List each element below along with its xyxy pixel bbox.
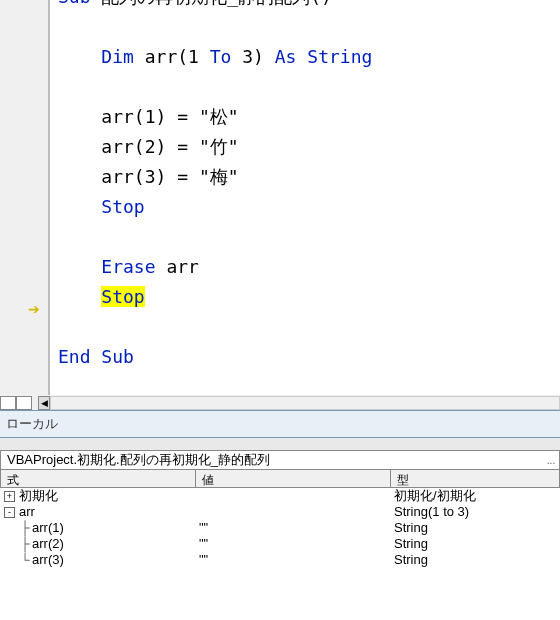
- locals-value: [195, 504, 390, 520]
- proc-view-icon[interactable]: [0, 396, 16, 410]
- locals-type: String(1 to 3): [390, 504, 560, 520]
- hdr-value[interactable]: 値: [196, 470, 391, 487]
- kw-as-string: As String: [275, 46, 373, 67]
- locals-name: arr(1): [32, 520, 64, 536]
- locals-name: arr(3): [32, 552, 64, 568]
- locals-value: "": [195, 520, 390, 536]
- locals-type: String: [390, 520, 560, 536]
- locals-value: [195, 488, 390, 504]
- locals-grid-header: 式 値 型: [0, 470, 560, 488]
- locals-row[interactable]: -arr String(1 to 3): [0, 504, 560, 520]
- locals-grid-body[interactable]: +初期化 初期化/初期化 -arr String(1 to 3) ├arr(1)…: [0, 488, 560, 568]
- execution-pointer-icon: ➔: [28, 302, 40, 316]
- kw-sub: Sub: [58, 0, 91, 7]
- locals-scope-dropdown[interactable]: VBAProject.初期化.配列の再初期化_静的配列 ...: [0, 450, 560, 470]
- code-pane: ➔ Sub 配列の再初期化_静的配列() Dim arr(1 To 3) As …: [0, 0, 560, 395]
- scroll-left-button[interactable]: ◀: [38, 396, 50, 410]
- locals-type: String: [390, 552, 560, 568]
- locals-name: 初期化: [19, 488, 58, 504]
- dropdown-icon[interactable]: ...: [543, 455, 559, 466]
- kw-erase: Erase: [101, 256, 155, 277]
- stop-2-current: Stop: [101, 286, 144, 307]
- code-hscroll[interactable]: ◀: [0, 395, 560, 410]
- locals-value: "": [195, 552, 390, 568]
- kw-to: To: [210, 46, 232, 67]
- collapse-icon[interactable]: -: [4, 507, 15, 518]
- stop-1: Stop: [101, 196, 144, 217]
- assign-1: arr(1) = "松": [101, 106, 238, 127]
- locals-row[interactable]: +初期化 初期化/初期化: [0, 488, 560, 504]
- locals-type: String: [390, 536, 560, 552]
- sub-name: 配列の再初期化_静的配列(): [101, 0, 332, 7]
- locals-value: "": [195, 536, 390, 552]
- locals-name: arr: [19, 504, 35, 520]
- locals-row[interactable]: ├arr(1) "" String: [0, 520, 560, 536]
- locals-type: 初期化/初期化: [390, 488, 560, 504]
- locals-row[interactable]: ├arr(2) "" String: [0, 536, 560, 552]
- hdr-expression[interactable]: 式: [1, 470, 196, 487]
- kw-end-sub: End Sub: [58, 346, 134, 367]
- h-scrollbar-track[interactable]: [50, 396, 560, 410]
- code-text[interactable]: Sub 配列の再初期化_静的配列() Dim arr(1 To 3) As St…: [49, 0, 560, 395]
- locals-name: arr(2): [32, 536, 64, 552]
- locals-scope-text: VBAProject.初期化.配列の再初期化_静的配列: [1, 449, 543, 471]
- hdr-type[interactable]: 型: [391, 470, 559, 487]
- kw-dim: Dim: [101, 46, 134, 67]
- code-gutter: ➔: [0, 0, 49, 395]
- locals-panel-title: ローカル: [0, 410, 560, 438]
- expand-icon[interactable]: +: [4, 491, 15, 502]
- assign-3: arr(3) = "梅": [101, 166, 238, 187]
- assign-2: arr(2) = "竹": [101, 136, 238, 157]
- full-view-icon[interactable]: [16, 396, 32, 410]
- locals-row[interactable]: └arr(3) "" String: [0, 552, 560, 568]
